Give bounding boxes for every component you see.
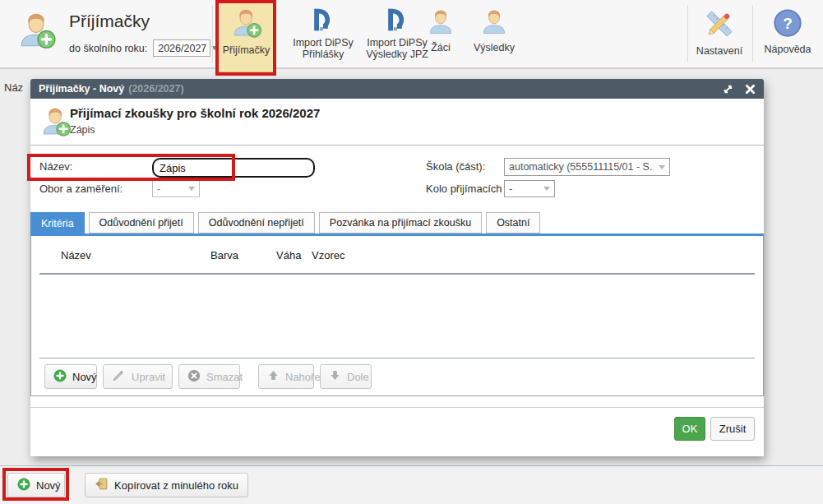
- delete-icon: [187, 369, 201, 385]
- tab-ostatni[interactable]: Ostatní: [486, 212, 540, 234]
- toolbar-button-import-prihlasky[interactable]: Import DiPSy Přihlášky: [285, 2, 361, 67]
- criteria-new-button[interactable]: Nový: [44, 364, 97, 389]
- tools-icon: [703, 7, 736, 43]
- person-icon: [479, 7, 509, 39]
- toolbar-divider: [752, 5, 753, 62]
- toolbar-button-zaci[interactable]: Žáci: [418, 2, 464, 67]
- caret-icon: [543, 187, 550, 191]
- dialog-header: Přijímací zkoušky pro školní rok 2026/20…: [30, 99, 764, 146]
- toolbar-button-nastaveni[interactable]: Nastavení: [691, 2, 748, 67]
- help-icon: [772, 7, 803, 41]
- app-window: Příjímačky do školního roku: 2026/2027 P…: [0, 0, 823, 504]
- dialog-title-year: (2026/2027): [128, 83, 183, 95]
- clipped-column-header: Náz: [4, 81, 23, 94]
- arrow-up-icon: [267, 369, 280, 384]
- expand-icon[interactable]: [723, 84, 733, 95]
- close-icon[interactable]: [745, 84, 756, 95]
- column-header-barva: Barva: [210, 249, 238, 261]
- button-label: Dole: [347, 371, 369, 383]
- column-header-nazev: Název: [61, 249, 91, 261]
- obor-label: Obor a zaměření:: [39, 183, 123, 195]
- cancel-button[interactable]: Zrušit: [710, 417, 755, 441]
- button-label: Upravit: [132, 371, 165, 383]
- tab-oduvodneni-prijeti[interactable]: Odůvodnění přijetí: [89, 212, 194, 234]
- toolbar-button-vysledky[interactable]: Výsledky: [467, 2, 521, 67]
- school-year-select[interactable]: 2026/2027: [153, 39, 210, 57]
- kolo-value: -: [509, 183, 512, 195]
- person-plus-icon: [230, 7, 263, 42]
- pencil-icon: [112, 368, 126, 385]
- new-button[interactable]: Nový: [7, 473, 65, 497]
- caret-icon: [659, 165, 665, 169]
- button-label: Nový: [72, 371, 97, 383]
- dialog-tabs: Kritéria Odůvodnění přijetí Odůvodnění n…: [30, 212, 540, 234]
- button-label: Smazat: [206, 371, 243, 383]
- kriteria-panel: Název Barva Váha Vzorec Nový Upravit Sma…: [30, 236, 764, 396]
- person-icon: [426, 7, 455, 39]
- column-header-vaha: Váha: [276, 249, 301, 261]
- skola-value: automaticky (555511115/01 - S...: [509, 161, 654, 173]
- toolbar-button-prijimacky[interactable]: Přijímačky: [219, 1, 274, 74]
- nazev-input[interactable]: [152, 158, 315, 178]
- school-year-value: 2026/2027: [158, 43, 206, 54]
- table-header-divider: [39, 273, 755, 275]
- toolbar-divider: [687, 5, 688, 62]
- toolbar-button-label: Nápověda: [765, 44, 811, 55]
- copy-button-label: Kopírovat z minulého roku: [114, 479, 238, 492]
- button-label: Nahoře: [285, 371, 321, 383]
- plus-icon: [17, 478, 30, 493]
- obor-value: -: [157, 183, 160, 195]
- nazev-label: Název:: [39, 160, 72, 173]
- dialog-titlebar[interactable]: Přijímačky - Nový (2026/2027): [30, 79, 764, 99]
- criteria-move-down-button[interactable]: Dole: [320, 364, 372, 389]
- toolbar-button-label: Výsledky: [474, 42, 515, 53]
- skola-label: Škola (část):: [426, 160, 485, 173]
- criteria-move-up-button[interactable]: Nahoře: [258, 364, 314, 389]
- toolbar-button-label-line2: Přihlášky: [303, 49, 344, 60]
- obor-select[interactable]: -: [152, 180, 200, 197]
- copy-from-last-year-button[interactable]: Kopírovat z minulého roku: [85, 473, 248, 497]
- tab-oduvodneni-neprijeti[interactable]: Odůvodnění nepřijetí: [198, 212, 315, 234]
- toolbar-button-napoveda[interactable]: Nápověda: [756, 2, 819, 67]
- toolbar-button-label: Nastavení: [696, 45, 742, 57]
- page-title: Příjímačky: [69, 12, 150, 31]
- dialog-heading: Přijímací zkoušky pro školní rok 2026/20…: [70, 106, 320, 120]
- caret-icon: [188, 187, 195, 191]
- bottom-toolbar: Nový Kopírovat z minulého roku: [0, 465, 823, 504]
- prijimacky-novy-dialog: Přijímačky - Nový (2026/2027) Přijímací …: [30, 79, 764, 456]
- tab-pozvanka[interactable]: Pozvánka na přijímací zkoušku: [319, 212, 482, 234]
- person-plus-icon: [39, 105, 72, 141]
- plus-icon: [53, 369, 67, 385]
- dialog-footer-divider: [30, 407, 764, 408]
- new-button-label: Nový: [36, 479, 61, 492]
- toolbar-button-label-line1: Import DiPSy: [293, 37, 354, 49]
- skola-select[interactable]: automaticky (555511115/01 - S...: [504, 158, 670, 176]
- column-header-vzorec: Vzorec: [312, 249, 344, 261]
- criteria-edit-button[interactable]: Upravit: [103, 364, 173, 389]
- toolbar-button-label: Žáci: [431, 42, 451, 53]
- toolbar-button-label: Přijímačky: [223, 44, 270, 56]
- ok-button[interactable]: OK: [674, 417, 705, 441]
- table-footer-divider: [39, 358, 755, 358]
- arrow-down-icon: [329, 369, 341, 384]
- criteria-delete-button[interactable]: Smazat: [178, 364, 240, 389]
- dialog-subheading: Zápis: [70, 124, 95, 136]
- tab-kriteria[interactable]: Kritéria: [30, 212, 85, 234]
- dipsy-icon: [311, 7, 335, 35]
- top-toolbar: Příjímačky do školního roku: 2026/2027 P…: [0, 0, 823, 69]
- dialog-title: Přijímačky - Nový: [39, 83, 124, 95]
- dipsy-icon: [385, 7, 409, 35]
- copy-icon: [95, 477, 109, 493]
- school-year-label: do školního roku:: [69, 43, 147, 54]
- kolo-select[interactable]: -: [504, 180, 555, 197]
- toolbar-divider: [212, 5, 213, 62]
- person-plus-icon: [16, 10, 58, 54]
